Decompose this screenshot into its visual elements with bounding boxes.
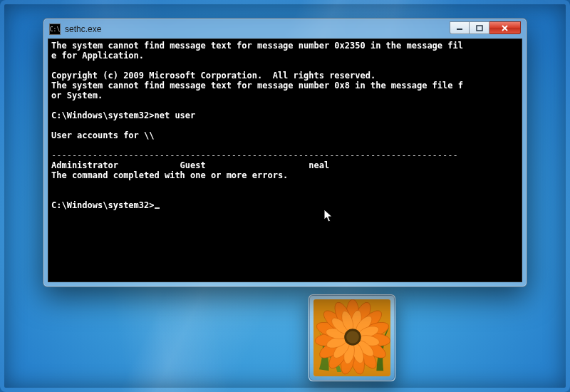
close-icon — [501, 25, 509, 31]
console-divider: ----------------------------------------… — [51, 150, 458, 160]
console-prompt: C:\Windows\system32> — [51, 110, 155, 120]
console-line: The system cannot find message text for … — [51, 81, 463, 91]
command-prompt-window[interactable]: C:\ sethc.exe The system cannot find mes… — [43, 18, 527, 287]
maximize-icon — [476, 25, 483, 31]
console-line: User accounts for \\ — [51, 130, 155, 140]
svg-point-29 — [346, 331, 359, 344]
console-line: Copyright (c) 2009 Microsoft Corporation… — [51, 71, 375, 81]
close-button[interactable] — [489, 21, 521, 34]
titlebar-drag-area[interactable] — [101, 23, 450, 36]
console-line: The command completed with one or more e… — [51, 170, 288, 180]
window-title: sethc.exe — [65, 24, 101, 34]
minimize-icon — [456, 25, 463, 31]
minimize-button[interactable] — [450, 21, 470, 34]
console-line: e for Application. — [51, 51, 144, 61]
window-titlebar[interactable]: C:\ sethc.exe — [48, 23, 522, 38]
svg-rect-30 — [457, 29, 462, 30]
console-users-row: Administrator Guest neal — [51, 160, 329, 170]
console-line: or System. — [51, 91, 103, 100]
console-line: The system cannot find message text for … — [51, 41, 463, 51]
flower-avatar-icon — [314, 299, 390, 376]
console-output[interactable]: The system cannot find message text for … — [48, 38, 522, 282]
console-prompt: C:\Windows\system32> — [51, 200, 155, 210]
text-cursor — [155, 207, 160, 209]
window-controls — [450, 21, 521, 34]
console-command: net user — [155, 110, 196, 120]
maximize-button[interactable] — [470, 21, 489, 34]
svg-rect-31 — [477, 26, 482, 31]
cmd-icon: C:\ — [49, 24, 61, 35]
user-avatar-tile[interactable] — [309, 294, 395, 381]
